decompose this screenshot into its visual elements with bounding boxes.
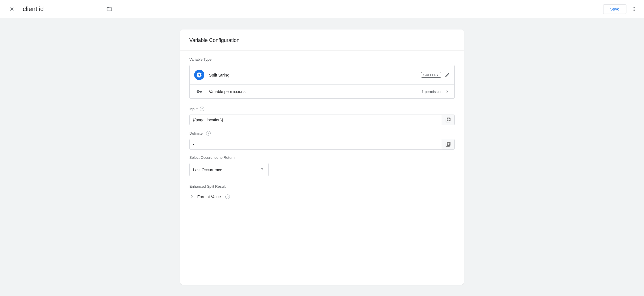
- folder-icon[interactable]: [106, 6, 113, 12]
- input-addon-button[interactable]: [442, 115, 454, 125]
- delimiter-field-row: [189, 139, 455, 150]
- permissions-chevron-icon: [445, 89, 450, 94]
- format-value-help-icon[interactable]: ?: [225, 194, 230, 199]
- type-icon: [194, 70, 204, 80]
- edit-type-button[interactable]: [445, 72, 450, 77]
- occurrence-label: Select Occurence to Return: [189, 155, 455, 160]
- occurrence-value: Last Occurrence: [193, 168, 222, 172]
- enhanced-split-label: Enhanced Split Result: [189, 184, 455, 189]
- variable-type-row: Split String GALLERY: [189, 65, 455, 99]
- type-name: Split String: [209, 73, 421, 77]
- input-label: Input ?: [189, 107, 455, 111]
- topbar: Save: [0, 0, 644, 18]
- occurrence-dropdown[interactable]: Last Occurrence: [189, 163, 269, 176]
- card-title: Variable Configuration: [180, 29, 464, 50]
- key-icon: [194, 89, 204, 94]
- format-value-chevron-icon: [189, 194, 194, 200]
- topbar-right: Save: [603, 4, 637, 14]
- permissions-count: 1 permission: [421, 90, 442, 94]
- input-section: Input ?: [189, 107, 455, 125]
- input-field-row: [189, 115, 455, 125]
- close-button[interactable]: [7, 4, 17, 14]
- topbar-left: [7, 4, 113, 14]
- enhanced-section: Enhanced Split Result Format Value ?: [189, 184, 455, 201]
- occurrence-section: Select Occurence to Return Last Occurren…: [189, 155, 455, 176]
- permissions-label: Variable permissions: [209, 89, 421, 94]
- config-card: Variable Configuration Variable Type: [180, 29, 464, 285]
- format-value-label: Format Value: [197, 194, 221, 199]
- occurrence-dropdown-arrow-icon: [259, 166, 265, 173]
- main-content: Variable Configuration Variable Type: [0, 18, 644, 296]
- variable-type-label: Variable Type: [189, 57, 455, 62]
- card-body: Variable Type Split String GALLERY: [180, 50, 464, 208]
- input-field[interactable]: [190, 115, 442, 125]
- delimiter-help-icon[interactable]: ?: [206, 131, 211, 136]
- type-main-row: Split String GALLERY: [190, 65, 454, 85]
- input-help-icon[interactable]: ?: [200, 107, 204, 111]
- more-options-button[interactable]: [631, 6, 637, 12]
- delimiter-field[interactable]: [190, 139, 442, 149]
- save-button[interactable]: Save: [603, 4, 626, 14]
- gallery-badge: GALLERY: [421, 72, 441, 78]
- delimiter-section: Delimiter ?: [189, 131, 455, 150]
- title-input[interactable]: [23, 5, 101, 13]
- delimiter-label: Delimiter ?: [189, 131, 455, 136]
- format-value-row[interactable]: Format Value ?: [189, 193, 455, 201]
- variable-type-section: Variable Type Split String GALLERY: [189, 57, 455, 99]
- permissions-row[interactable]: Variable permissions 1 permission: [190, 85, 454, 98]
- delimiter-addon-button[interactable]: [442, 139, 454, 149]
